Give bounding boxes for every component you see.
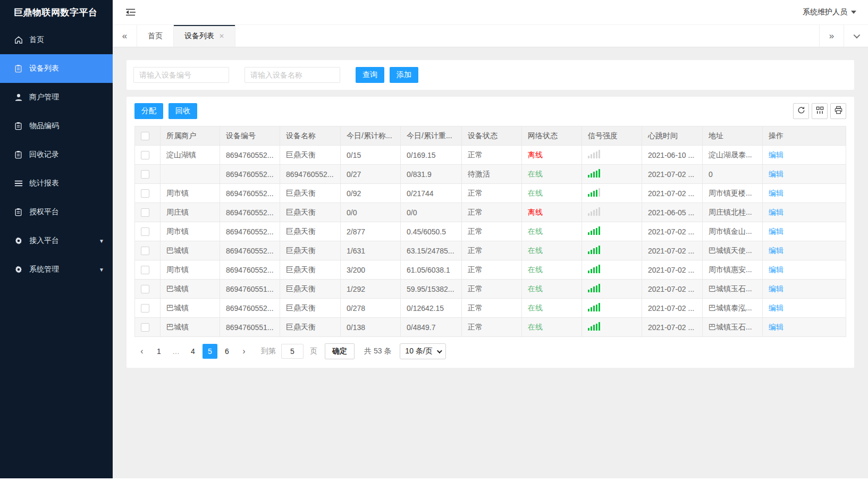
sidebar-item-label: 系统管理 bbox=[29, 265, 59, 274]
device-status-cell: 正常 bbox=[462, 146, 522, 165]
checkbox-cell bbox=[135, 318, 161, 337]
row-checkbox[interactable] bbox=[141, 266, 149, 274]
edit-link[interactable]: 编辑 bbox=[769, 265, 783, 274]
device-no-cell: 8694760552... bbox=[220, 260, 280, 280]
network-status-cell: 在线 bbox=[522, 165, 582, 184]
tab-label: 首页 bbox=[148, 31, 163, 41]
edit-link[interactable]: 编辑 bbox=[769, 208, 783, 216]
recycle-button[interactable]: 回收 bbox=[168, 103, 197, 119]
device-name-cell: 巨鼎天衡 bbox=[280, 203, 341, 222]
tab-bar: « 首页设备列表✕ » bbox=[113, 25, 868, 47]
table-row: 8694760552...8694760552...0/270/831.9待激活… bbox=[135, 165, 846, 184]
heartbeat-cell: 2021-07-02 ... bbox=[642, 280, 703, 299]
device-no-cell: 8694760552... bbox=[220, 222, 280, 241]
close-icon[interactable]: ✕ bbox=[219, 32, 224, 40]
row-checkbox[interactable] bbox=[141, 208, 149, 217]
tabs-scroll-left-icon[interactable]: « bbox=[113, 25, 137, 47]
operation-cell: 编辑 bbox=[763, 146, 846, 165]
column-header: 设备状态 bbox=[462, 126, 522, 146]
row-checkbox[interactable] bbox=[141, 247, 149, 255]
sidebar-item-system-management[interactable]: 系统管理▼ bbox=[0, 255, 113, 284]
page-button-6[interactable]: 6 bbox=[220, 344, 234, 359]
tab-device-list[interactable]: 设备列表✕ bbox=[174, 25, 235, 47]
page-word-label: 页 bbox=[310, 347, 317, 356]
sidebar-item-home[interactable]: 首页 bbox=[0, 26, 113, 54]
sidebar-item-recycle-records[interactable]: 回收记录 bbox=[0, 140, 113, 169]
select-all-checkbox[interactable] bbox=[141, 132, 149, 140]
merchant-cell: 周市镇 bbox=[161, 260, 220, 280]
row-checkbox[interactable] bbox=[141, 227, 149, 236]
main-area: 系统维护人员 « 首页设备列表✕ » 查询 添加 分配 回收 bbox=[113, 0, 868, 478]
page-button-5[interactable]: 5 bbox=[203, 344, 217, 359]
table-row: 周市镇8694760552...巨鼎天衡0/920/21744正常在线2021-… bbox=[135, 184, 846, 203]
edit-link[interactable]: 编辑 bbox=[769, 284, 783, 293]
address-cell: 巴城镇天使... bbox=[703, 241, 763, 260]
prev-page-button[interactable]: ‹ bbox=[134, 344, 149, 359]
gear-icon bbox=[14, 265, 23, 274]
page-button-4[interactable]: 4 bbox=[186, 344, 200, 359]
sidebar-item-access-platform[interactable]: 接入平台▼ bbox=[0, 226, 113, 255]
edit-link[interactable]: 编辑 bbox=[769, 303, 783, 312]
confirm-page-button[interactable]: 确定 bbox=[325, 343, 355, 359]
device-no-cell: 8694760552... bbox=[220, 146, 280, 165]
device-no-input[interactable] bbox=[133, 67, 229, 83]
table-row: 周庄镇8694760552...巨鼎天衡0/00/0正常离线2021-06-05… bbox=[135, 203, 846, 222]
next-page-button[interactable]: › bbox=[237, 344, 251, 359]
collapse-sidebar-icon[interactable] bbox=[125, 8, 136, 16]
pagination: ‹ 1…456 › 到第 页 确定 共 53 条 10 条/页 bbox=[134, 343, 846, 360]
page-size-value: 10 条/页 bbox=[405, 347, 432, 356]
row-checkbox[interactable] bbox=[141, 285, 149, 293]
edit-link[interactable]: 编辑 bbox=[769, 246, 783, 255]
refresh-button[interactable] bbox=[793, 103, 809, 119]
network-status-cell: 在线 bbox=[522, 241, 582, 260]
tabs-scroll-right-icon[interactable]: » bbox=[819, 25, 844, 47]
tab-home[interactable]: 首页 bbox=[137, 25, 174, 47]
device-no-cell: 8694760551... bbox=[220, 318, 280, 337]
operation-cell: 编辑 bbox=[763, 260, 846, 280]
sidebar-item-auth-platform[interactable]: 授权平台 bbox=[0, 198, 113, 226]
today-count-cell: 0/278 bbox=[341, 299, 401, 318]
print-button[interactable] bbox=[830, 103, 846, 119]
query-button[interactable]: 查询 bbox=[356, 67, 384, 83]
doc-icon bbox=[14, 150, 23, 159]
page-size-select[interactable]: 10 条/页 bbox=[400, 343, 445, 359]
row-checkbox[interactable] bbox=[141, 323, 149, 332]
columns-filter-button[interactable] bbox=[812, 103, 828, 119]
sidebar-item-merchant-management[interactable]: 商户管理 bbox=[0, 83, 113, 112]
device-no-cell: 8694760552... bbox=[220, 299, 280, 318]
address-cell: 淀山湖晟泰... bbox=[703, 146, 763, 165]
sidebar-item-label: 接入平台 bbox=[29, 236, 59, 246]
sidebar-item-statistics-report[interactable]: 统计报表 bbox=[0, 169, 113, 198]
address-cell: 巴城镇泰泓... bbox=[703, 299, 763, 318]
page-button-1[interactable]: 1 bbox=[151, 344, 166, 359]
heartbeat-cell: 2021-07-02 ... bbox=[642, 260, 703, 280]
sidebar-item-device-list[interactable]: 设备列表 bbox=[0, 54, 113, 83]
doc-icon bbox=[14, 208, 23, 217]
table-tool-icons bbox=[793, 103, 846, 119]
user-menu[interactable]: 系统维护人员 bbox=[803, 7, 856, 17]
add-button[interactable]: 添加 bbox=[390, 67, 418, 83]
address-cell: 周市镇惠安... bbox=[703, 260, 763, 280]
row-checkbox[interactable] bbox=[141, 170, 149, 179]
assign-button[interactable]: 分配 bbox=[134, 103, 163, 119]
edit-link[interactable]: 编辑 bbox=[769, 227, 783, 235]
device-status-cell: 正常 bbox=[462, 203, 522, 222]
sidebar-item-item-code[interactable]: 物品编码 bbox=[0, 112, 113, 140]
row-checkbox[interactable] bbox=[141, 304, 149, 313]
edit-link[interactable]: 编辑 bbox=[769, 170, 783, 178]
edit-link[interactable]: 编辑 bbox=[769, 150, 783, 159]
device-status-cell: 正常 bbox=[462, 280, 522, 299]
edit-link[interactable]: 编辑 bbox=[769, 323, 783, 331]
edit-link[interactable]: 编辑 bbox=[769, 189, 783, 197]
operation-cell: 编辑 bbox=[763, 222, 846, 241]
sidebar-item-label: 设备列表 bbox=[29, 64, 59, 73]
device-name-input[interactable] bbox=[245, 67, 340, 83]
row-checkbox[interactable] bbox=[141, 151, 149, 159]
goto-page-input[interactable] bbox=[281, 344, 304, 359]
checkbox-cell bbox=[135, 222, 161, 241]
today-weight-cell: 0.45/6050.5 bbox=[401, 222, 462, 241]
merchant-cell bbox=[161, 165, 220, 184]
device-no-cell: 8694760552... bbox=[220, 165, 280, 184]
row-checkbox[interactable] bbox=[141, 189, 149, 198]
tabs-dropdown-icon[interactable] bbox=[844, 25, 868, 47]
